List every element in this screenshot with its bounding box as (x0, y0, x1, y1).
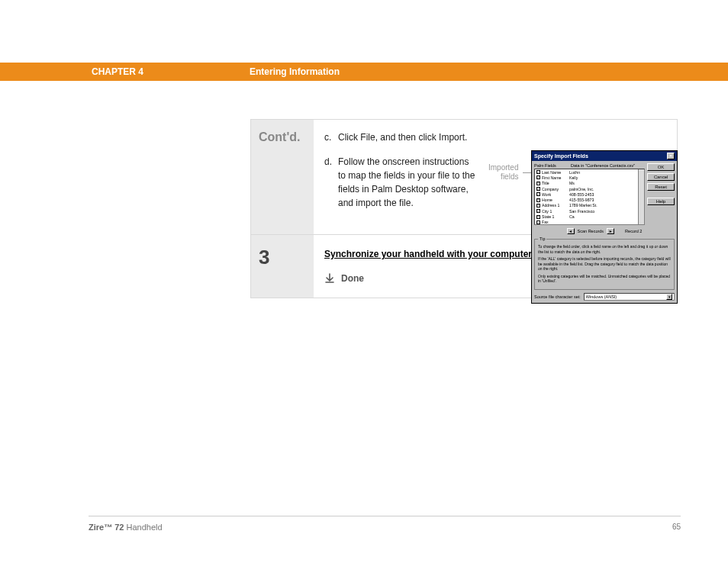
tip-groupbox: Tip To change the field order, click a f… (534, 239, 675, 290)
field-name: Last Name (542, 170, 569, 175)
field-value: Luchn (569, 170, 580, 175)
field-name: Fax (542, 220, 569, 224)
field-name: Title (542, 181, 569, 185)
field-checkbox[interactable]: ✓ (536, 215, 540, 219)
chapter-title: Entering Information (250, 66, 340, 77)
field-value: palmOne, Inc. (569, 187, 594, 191)
charset-label: Source file character set: (534, 294, 581, 299)
field-row[interactable]: ✓Work408-555-2453 (535, 191, 644, 197)
field-value: San Francisco (569, 209, 594, 214)
dialog-body: Palm Fields Data in "Conference Contacts… (532, 161, 677, 303)
field-name: First Name (542, 175, 569, 180)
field-value: 408-555-2453 (569, 192, 594, 197)
page-footer: Zire™ 72 Handheld 65 (89, 516, 681, 532)
tip-text: To change the field order, click a field… (538, 244, 671, 254)
dialog-buttons: OK Cancel Reset Help (647, 163, 675, 225)
sync-link[interactable]: Synchronize your handheld with your comp… (324, 249, 534, 259)
chapter-header: CHAPTER 4 Entering Information (0, 63, 728, 81)
tip-label: Tip (538, 236, 546, 242)
field-row[interactable]: ✓Last NameLuchn (535, 169, 644, 175)
list-item: c. Click File, and then click Import. (324, 130, 666, 144)
field-checkbox[interactable]: ✓ (536, 198, 540, 202)
field-row[interactable]: ✓TitleMs (535, 181, 644, 186)
scrollbar[interactable] (638, 169, 644, 224)
step-number: 3 (259, 246, 269, 269)
close-icon[interactable]: × (667, 153, 675, 159)
field-name: Work (542, 192, 569, 197)
done-label: Done (341, 273, 364, 284)
field-row[interactable]: ✓Address 11789 Market St. (535, 203, 644, 208)
field-value: 415-555-9873 (569, 198, 594, 202)
dialog-titlebar: Specify Import Fields × (532, 151, 677, 161)
field-value: Ms (569, 181, 575, 185)
field-checkbox[interactable]: ✓ (536, 170, 540, 174)
header-data-in: Data in "Conference Contacts.csv" (571, 163, 635, 168)
product-name: Zire™ 72 Handheld (89, 523, 163, 532)
product-bold: Zire™ 72 (89, 523, 124, 532)
contd-label: Cont'd. (259, 130, 300, 143)
scan-records-row: ◄ Scan Records ► Record 2 (534, 228, 675, 234)
field-value: Ca (569, 214, 575, 219)
field-row[interactable]: ✓Home415-555-9873 (535, 197, 644, 202)
field-name: Company (542, 187, 569, 191)
field-checkbox[interactable]: ✓ (536, 182, 540, 185)
field-checkbox[interactable]: ✓ (536, 192, 540, 196)
tip-text: Only existing categories will be matched… (538, 274, 671, 284)
charset-dropdown[interactable]: Windows (ANSI) ▾ (584, 293, 675, 301)
done-arrow-icon (324, 273, 335, 284)
dropdown-arrow-icon: ▾ (666, 294, 672, 300)
page-number: 65 (672, 523, 681, 532)
cancel-button[interactable]: Cancel (647, 173, 675, 181)
field-name: State 1 (542, 214, 569, 219)
field-checkbox[interactable]: ✓ (536, 175, 540, 179)
item-letter: c. (324, 130, 338, 144)
charset-row: Source file character set: Windows (ANSI… (534, 293, 675, 301)
field-value: 1789 Market St. (569, 203, 598, 208)
field-checkbox[interactable] (536, 220, 540, 224)
chapter-number: CHAPTER 4 (92, 66, 143, 77)
item-letter: d. (324, 155, 338, 210)
ok-button[interactable]: OK (647, 163, 675, 171)
field-checkbox[interactable]: ✓ (536, 204, 540, 208)
fields-header: Palm Fields Data in "Conference Contacts… (534, 163, 645, 168)
tip-text: If the 'ALL' category is selected before… (538, 256, 671, 272)
field-row[interactable]: ✓City 1San Francisco (535, 208, 644, 214)
field-value: Kelly (569, 175, 578, 180)
header-palm-fields: Palm Fields (534, 163, 571, 168)
field-name: Address 1 (542, 203, 569, 208)
field-checkbox[interactable]: ✓ (536, 209, 540, 213)
field-name: Home (542, 198, 569, 202)
callout-imported-fields: Imported fields (488, 163, 518, 182)
field-row[interactable]: ✓CompanypalmOne, Inc. (535, 186, 644, 191)
item-text: Follow the onscreen instructions to map … (338, 155, 475, 210)
scan-records-label: Scan Records (578, 229, 604, 233)
record-counter: Record 2 (625, 229, 642, 233)
specify-import-fields-dialog: Specify Import Fields × Palm Fields Data… (531, 150, 678, 304)
field-name: City 1 (542, 209, 569, 214)
product-rest: Handheld (124, 523, 162, 532)
reset-button[interactable]: Reset (647, 183, 675, 191)
field-checkbox[interactable]: ✓ (536, 187, 540, 191)
dialog-title: Specify Import Fields (534, 153, 588, 159)
fields-listbox[interactable]: ✓Last NameLuchn✓First NameKelly✓TitleMs✓… (534, 169, 645, 225)
charset-value: Windows (ANSI) (586, 294, 617, 299)
item-text: Click File, and then click Import. (338, 130, 475, 144)
scan-prev-button[interactable]: ◄ (567, 228, 575, 234)
fields-column: Palm Fields Data in "Conference Contacts… (534, 163, 645, 225)
step-number-cell: 3 (251, 235, 314, 298)
scan-next-button[interactable]: ► (607, 228, 614, 234)
help-button[interactable]: Help (647, 198, 675, 205)
field-row[interactable]: Fax (535, 220, 644, 225)
field-row[interactable]: ✓State 1Ca (535, 214, 644, 219)
field-row[interactable]: ✓First NameKelly (535, 175, 644, 180)
step-label: Cont'd. (251, 120, 314, 234)
